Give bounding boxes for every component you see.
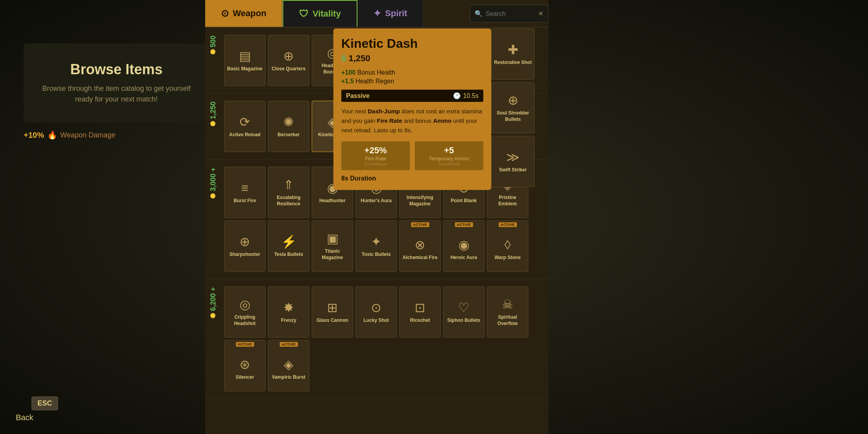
item-siphon-bullets[interactable]: ♡ Siphon Bullets bbox=[443, 286, 485, 338]
item-vampiric-burst[interactable]: ACTIVE ◈ Vampiric Burst bbox=[268, 340, 309, 391]
tier-6200-items: ◎ Crippling Headshot ✸ Frenzy ⊞ Glass Ca… bbox=[221, 283, 548, 395]
coin-icon-3000: 🪙 bbox=[210, 193, 216, 199]
bonus-temp-ammo: +5 Temporary Ammo Conditional bbox=[415, 141, 483, 170]
item-crippling-headshot[interactable]: ◎ Crippling Headshot bbox=[224, 286, 266, 338]
item-berserker[interactable]: ✺ Berserker bbox=[268, 101, 309, 152]
tier-500-label: 🪙 500 bbox=[205, 32, 221, 59]
regen-bonus: +1.5 bbox=[341, 78, 354, 85]
detail-price: $ 1,250 bbox=[341, 53, 483, 64]
temp-ammo-conditional: Conditional bbox=[419, 162, 479, 166]
tab-spirit-label: Spirit bbox=[385, 8, 407, 19]
weapon-tab-icon: ⊙ bbox=[221, 8, 229, 19]
item-tesla-bullets[interactable]: ⚡ Tesla Bullets bbox=[268, 220, 309, 272]
fire-rate-value: +25% bbox=[345, 145, 406, 156]
detail-stat-regen: +1.5 Health Regen bbox=[341, 78, 483, 85]
tier-1250-label: 🪙 1,250 bbox=[205, 98, 221, 131]
temp-ammo-name: Temporary Ammo bbox=[419, 156, 479, 162]
coin-icon-500: 🪙 bbox=[210, 49, 216, 55]
search-close-icon[interactable]: ✕ bbox=[538, 10, 543, 17]
search-icon: 🔍 bbox=[475, 10, 483, 17]
item-warp-stone[interactable]: ACTIVE ◊ Warp Stone bbox=[487, 220, 528, 272]
detail-stat-health: +100 Bonus Health bbox=[341, 69, 483, 76]
active-badge-warp: ACTIVE bbox=[498, 222, 516, 227]
active-badge-vampiric: ACTIVE bbox=[279, 342, 297, 347]
spirit-tab-icon: ✦ bbox=[373, 8, 381, 19]
right-column-items: ✚ Restorative Shot ⊕ Soul Shredder Bulle… bbox=[491, 28, 535, 187]
coin-icon-1250: 🪙 bbox=[210, 121, 216, 127]
regen-label: Health Regen bbox=[355, 78, 394, 85]
tab-weapon-label: Weapon bbox=[233, 8, 266, 19]
item-glass-cannon[interactable]: ⊞ Glass Cannon bbox=[312, 286, 353, 338]
browse-description: Browse through the item catalog to get y… bbox=[36, 83, 197, 105]
health-bonus: +100 bbox=[341, 69, 355, 76]
vitality-tab-icon: 🛡 bbox=[299, 8, 309, 19]
detail-title: Kinetic Dash bbox=[341, 36, 483, 51]
coin-icon-6200: 🪙 bbox=[210, 313, 216, 319]
item-sharpshooter[interactable]: ⊕ Sharpshooter bbox=[224, 220, 266, 272]
esc-button[interactable]: ESC bbox=[32, 396, 58, 410]
detail-passive-bar: Passive 🕐 10.5s bbox=[341, 90, 483, 102]
active-badge-heroic: ACTIVE bbox=[455, 222, 473, 227]
search-container: 🔍 ✕ bbox=[470, 5, 548, 23]
passive-label: Passive bbox=[346, 92, 370, 100]
weapon-damage-bonus: +10% bbox=[24, 131, 44, 140]
item-silencer[interactable]: ACTIVE ⊛ Silencer bbox=[224, 340, 266, 391]
esc-area: ESC Back bbox=[16, 413, 33, 422]
tier-6200-label: 🪙 6,200 + bbox=[205, 283, 221, 323]
tier-3000-label: 🪙 3,000 + bbox=[205, 163, 221, 203]
bonus-fire-rate: +25% Fire Rate Conditional bbox=[341, 141, 410, 170]
fire-rate-conditional: Conditional bbox=[345, 162, 406, 166]
active-badge-silencer: ACTIVE bbox=[236, 342, 254, 347]
item-toxic-bullets[interactable]: ✦ Toxic Bullets bbox=[355, 220, 397, 272]
tier-6200-section: 🪙 6,200 + ◎ Crippling Headshot ✸ Frenzy … bbox=[205, 279, 548, 399]
item-restorative-shot[interactable]: ✚ Restorative Shot bbox=[491, 28, 535, 80]
temp-ammo-value: +5 bbox=[419, 145, 479, 156]
detail-duration: 8s Duration bbox=[341, 175, 483, 182]
item-active-reload[interactable]: ⟳ Active Reload bbox=[224, 101, 266, 152]
detail-description: Your next Dash-Jump does not cost an ext… bbox=[341, 107, 483, 135]
fire-rate-name: Fire Rate bbox=[345, 156, 406, 162]
weapon-damage-label: Weapon Damage bbox=[60, 131, 116, 139]
item-alchemical-fire[interactable]: ACTIVE ⊗ Alchemical Fire bbox=[399, 220, 441, 272]
tab-vitality-label: Vitality bbox=[312, 9, 341, 19]
clock-icon: 🕐 bbox=[453, 92, 461, 100]
search-input[interactable] bbox=[486, 10, 535, 17]
detail-bonuses: +25% Fire Rate Conditional +5 Temporary … bbox=[341, 141, 483, 170]
item-heroic-aura[interactable]: ACTIVE ◉ Heroic Aura bbox=[443, 220, 485, 272]
weapon-damage-badge: +10% 🔥 Weapon Damage bbox=[24, 130, 115, 140]
item-basic-magazine[interactable]: ▤ Basic Magazine bbox=[224, 35, 266, 86]
item-lucky-shot[interactable]: ⊙ Lucky Shot bbox=[355, 286, 397, 338]
browse-title: Browse Items bbox=[70, 61, 163, 78]
detail-panel: Kinetic Dash $ 1,250 +100 Bonus Health +… bbox=[333, 28, 491, 190]
fire-icon: 🔥 bbox=[47, 130, 57, 140]
item-burst-fire[interactable]: ≡ Burst Fire bbox=[224, 167, 266, 218]
item-ricochet[interactable]: ⊡ Ricochet bbox=[399, 286, 441, 338]
dollar-sign: $ bbox=[341, 53, 346, 63]
item-titanic-magazine[interactable]: ▣ Titanic Magazine bbox=[312, 220, 353, 272]
timer-value: 10.5s bbox=[463, 92, 479, 100]
item-soul-shredder[interactable]: ⊕ Soul Shredder Bullets bbox=[491, 82, 535, 133]
tab-vitality[interactable]: 🛡 Vitality bbox=[282, 0, 357, 27]
item-escalating-resilience[interactable]: ⇑ Escalating Resilience bbox=[268, 167, 309, 218]
tab-spirit[interactable]: ✦ Spirit bbox=[357, 0, 423, 27]
item-spiritual-overflow[interactable]: ☠ Spiritual Overflow bbox=[487, 286, 528, 338]
item-frenzy[interactable]: ✸ Frenzy bbox=[268, 286, 309, 338]
back-label[interactable]: Back bbox=[16, 413, 33, 422]
tab-weapon[interactable]: ⊙ Weapon bbox=[205, 0, 282, 27]
item-close-quarters[interactable]: ⊕ Close Quarters bbox=[268, 35, 309, 86]
detail-stats: +100 Bonus Health +1.5 Health Regen bbox=[341, 69, 483, 85]
browse-panel: Browse Items Browse through the item cat… bbox=[24, 43, 209, 122]
passive-timer: 🕐 10.5s bbox=[453, 92, 479, 100]
item-swift-striker[interactable]: ≫ Swift Striker bbox=[491, 136, 535, 187]
price-value: 1,250 bbox=[348, 53, 370, 63]
health-label: Bonus Health bbox=[357, 69, 395, 76]
active-badge-alchemical: ACTIVE bbox=[411, 222, 429, 227]
